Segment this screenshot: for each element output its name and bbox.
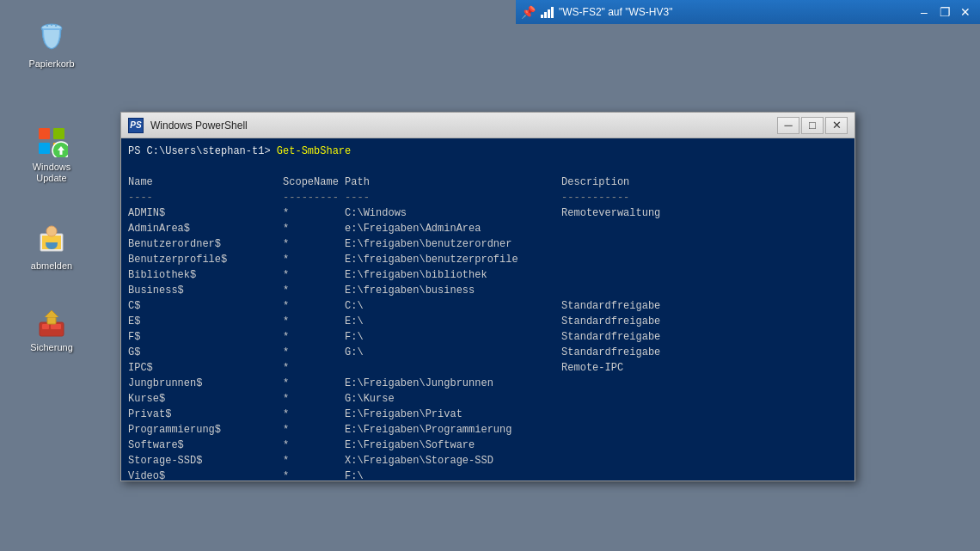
- svg-rect-15: [47, 317, 56, 324]
- table-row: IPC$ * Remote-IPC: [128, 362, 623, 374]
- remote-desktop-bar: 📌 "WS-FS2" auf "WS-HV3" – ❐ ✕: [516, 0, 980, 24]
- signal-icon: [541, 6, 554, 18]
- table-row: Benutzerordner$ * E:\freigaben\benutzero…: [128, 238, 511, 250]
- sicherung-image: [34, 304, 69, 339]
- table-row: G$ * G:\ Standardfreigabe: [128, 346, 660, 358]
- table-row: Privat$ * E:\Freigaben\Privat: [128, 408, 462, 420]
- ps-command: Get-SmbShare: [277, 145, 351, 157]
- recycle-bin-label: Papierkorb: [28, 58, 74, 70]
- powershell-window: PS Windows PowerShell ─ □ ✕ PS C:\Users\…: [120, 112, 855, 481]
- recycle-bin-icon[interactable]: Papierkorb: [17, 17, 86, 73]
- ps-prompt-line: PS C:\Users\stephan-t1> Get-SmbShare: [128, 144, 848, 159]
- ps-content[interactable]: PS C:\Users\stephan-t1> Get-SmbShare Nam…: [121, 138, 854, 481]
- windows-update-label: Windows Update: [21, 162, 83, 184]
- ps-title: Windows PowerShell: [150, 119, 770, 132]
- rd-title: "WS-FS2" auf "WS-HV3": [559, 6, 672, 18]
- ps-maximize-btn[interactable]: □: [801, 117, 824, 134]
- ps-minimize-btn[interactable]: ─: [777, 117, 799, 134]
- ps-titlebar: PS Windows PowerShell ─ □ ✕: [121, 113, 854, 138]
- svg-rect-13: [42, 324, 49, 329]
- table-row: AdminArea$ * e:\Freigaben\AdminArea: [128, 223, 481, 235]
- abmelden-label: abmelden: [31, 260, 72, 272]
- table-row: F$ * F:\ Standardfreigabe: [128, 331, 660, 343]
- rd-controls[interactable]: – ❐ ✕: [915, 3, 975, 21]
- rd-bar-left: 📌 "WS-FS2" auf "WS-HV3": [521, 5, 672, 19]
- table-row: Video$ * F:\: [128, 470, 364, 481]
- table-row: Kurse$ * G:\Kurse: [128, 393, 395, 405]
- table-row: Bibliothek$ * E:\freigaben\bibliothek: [128, 269, 487, 281]
- table-row: C$ * C:\ Standardfreigabe: [128, 300, 660, 312]
- windows-update-image: [34, 124, 69, 158]
- ps-icon: PS: [128, 118, 144, 133]
- ps-close-btn[interactable]: ✕: [825, 117, 848, 134]
- recycle-bin-image: [34, 21, 69, 55]
- table-row: E$ * E:\ Standardfreigabe: [128, 315, 660, 328]
- table-divider-row: ---- --------- ---- -----------: [128, 192, 629, 204]
- ps-table: Name ScopeName Path Description ---- ---…: [128, 159, 848, 481]
- table-row: Storage-SSD$ * X:\Freigaben\Storage-SSD: [128, 455, 493, 467]
- table-row: Programmierung$ * E:\Freigaben\Programmi…: [128, 424, 511, 436]
- svg-rect-14: [51, 324, 61, 329]
- svg-point-11: [46, 226, 57, 236]
- rd-restore-btn[interactable]: ❐: [935, 3, 954, 21]
- table-row: Software$ * E:\Freigaben\Software: [128, 439, 475, 451]
- svg-rect-4: [39, 128, 50, 139]
- rd-minimize-btn[interactable]: –: [915, 3, 934, 21]
- table-row: Jungbrunnen$ * E:\Freigaben\Jungbrunnen: [128, 377, 493, 389]
- table-header-row: Name ScopeName Path Description: [128, 176, 629, 188]
- windows-update-icon[interactable]: Windows Update: [17, 120, 86, 187]
- table-row: ADMIN$ * C:\Windows Remoteverwaltung: [128, 207, 660, 219]
- sicherung-label: Sicherung: [30, 342, 73, 353]
- table-row: Benutzerprofile$ * E:\freigaben\benutzer…: [128, 254, 518, 266]
- ps-prompt1: PS C:\Users\stephan-t1>: [128, 145, 277, 157]
- pin-icon: 📌: [521, 5, 536, 19]
- ps-controls[interactable]: ─ □ ✕: [777, 117, 848, 134]
- rd-close-btn[interactable]: ✕: [956, 3, 975, 21]
- abmelden-icon[interactable]: abmelden: [17, 219, 86, 275]
- svg-rect-5: [53, 128, 64, 139]
- sicherung-icon[interactable]: Sicherung: [17, 301, 86, 357]
- table-row: Business$ * E:\freigaben\business: [128, 285, 475, 297]
- svg-rect-6: [39, 143, 50, 154]
- abmelden-image: [34, 223, 69, 257]
